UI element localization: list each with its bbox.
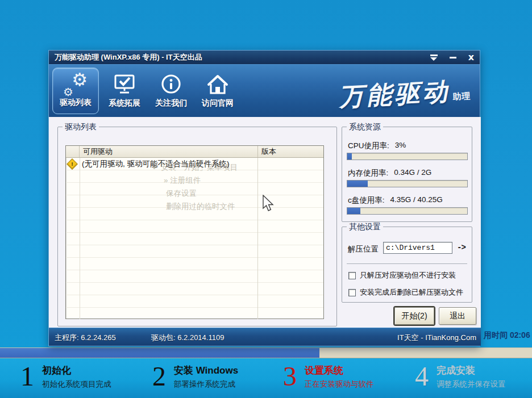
step-3-configure-system: 3 设置系统 正在安装驱动与软件 — [283, 362, 374, 391]
step-number: 3 — [283, 362, 297, 391]
setup-progressbar-fill — [0, 348, 319, 358]
toolbar-button-follow-us[interactable]: 关注我们 — [148, 68, 194, 114]
toolbar-button-driver-list[interactable]: ⚙⚙ 驱动列表 — [52, 68, 99, 114]
checkbox-delete-after-install[interactable]: 安装完成后删除已解压驱动文件 — [348, 287, 463, 298]
ghost-overlay-text: ✔ 安装「开始」菜单项目 — [152, 162, 238, 173]
gears-icon: ⚙⚙ — [63, 72, 89, 98]
checkbox-extract-only[interactable]: 只解压对应驱动但不进行安装 — [348, 270, 456, 280]
system-resources-title: 系统资源 — [347, 122, 383, 132]
step-4-finish-install: 4 完成安装 调整系统并保存设置 — [415, 362, 506, 391]
other-settings-title: 其他设置 — [347, 222, 383, 232]
column-header-version[interactable]: 版本 — [258, 146, 323, 157]
extract-location-label: 解压位置 — [348, 244, 379, 254]
column-header-available-drivers[interactable]: 可用驱动 — [80, 146, 258, 157]
toolbar: ⚙⚙ 驱动列表 系统拓展 — [49, 64, 480, 117]
warning-icon: ! — [66, 158, 78, 170]
checkbox-icon[interactable] — [348, 289, 356, 296]
driver-pack-version: 驱动包: 6.2.2014.1109 — [151, 333, 224, 343]
info-circle-icon — [159, 71, 183, 98]
step-number: 2 — [152, 362, 166, 391]
toolbar-button-system-expand[interactable]: 系统拓展 — [101, 68, 148, 114]
disk-usage-row: c盘使用率: 4.35G / 40.25G — [348, 195, 443, 206]
brand-logo: 万能驱动助理 — [338, 74, 472, 114]
checkbox-label: 只解压对应驱动但不进行安装 — [360, 270, 456, 280]
window-body: 驱动列表 可用驱动 版本 ! (无可用驱动, 驱动可能不适合当前硬件系统) — [49, 117, 481, 329]
extract-path-input[interactable] — [383, 242, 452, 254]
driver-table-header: 可用驱动 版本 — [66, 146, 323, 158]
system-resources-group: 系统资源 CPU使用率: 3% 内存使用率: 0.34G / 2G c盘使用率: — [342, 127, 472, 222]
step-title: 安装 Windows — [174, 365, 238, 377]
minimize-icon — [450, 57, 456, 58]
setup-progressbar — [0, 347, 532, 358]
other-settings-group: 其他设置 解压位置 -> 只解压对应驱动但不进行安装 安装完成后删除已解压驱动文… — [342, 227, 472, 303]
memory-usage-value: 0.34G / 2G — [394, 168, 431, 178]
checkbox-icon[interactable] — [348, 272, 356, 279]
ghost-overlay-text: 删除用过的临时文件 — [166, 202, 235, 212]
driver-list-group: 驱动列表 可用驱动 版本 ! (无可用驱动, 驱动可能不适合当前硬件系统) — [57, 127, 337, 326]
memory-usage-bar — [347, 180, 468, 187]
cpu-usage-value: 3% — [395, 141, 406, 151]
cpu-usage-bar — [347, 153, 468, 160]
checkbox-label: 安装完成后删除已解压驱动文件 — [360, 287, 463, 298]
exit-button[interactable]: 退出 — [439, 307, 476, 325]
step-number: 4 — [415, 362, 429, 391]
disk-usage-value: 4.35G / 40.25G — [390, 195, 443, 206]
mouse-cursor — [263, 195, 275, 213]
main-program-version: 主程序: 6.2.24.265 — [55, 333, 116, 343]
column-header-icon[interactable] — [66, 146, 80, 157]
ghost-overlay-text: 保存设置 — [166, 188, 197, 199]
ghost-overlay-text: » 注册组件 — [164, 175, 201, 186]
memory-usage-row: 内存使用率: 0.34G / 2G — [348, 168, 431, 178]
collapse-icon — [430, 55, 438, 56]
driver-table[interactable]: 可用驱动 版本 ! (无可用驱动, 驱动可能不适合当前硬件系统) ✔ 安装「开始… — [65, 145, 324, 319]
step-subtitle: 初始化系统项目完成 — [42, 379, 111, 390]
step-subtitle: 部署操作系统完成 — [174, 379, 238, 390]
step-title: 设置系统 — [305, 365, 374, 377]
step-1-initialize: 1 初始化 初始化系统项目完成 — [20, 362, 111, 391]
collapse-button[interactable] — [430, 55, 438, 61]
monitor-check-icon — [113, 71, 136, 98]
elapsed-time: 用时间 02:06 — [484, 330, 530, 341]
logo-suffix: 助理 — [452, 91, 471, 102]
logo-text: 万能驱动 — [338, 78, 451, 111]
close-button[interactable]: x — [468, 53, 474, 62]
home-icon — [205, 71, 230, 98]
step-subtitle: 调整系统并保存设置 — [437, 379, 506, 390]
step-2-install-windows: 2 安装 Windows 部署操作系统完成 — [152, 362, 238, 391]
disk-usage-label: c盘使用率: — [348, 195, 385, 206]
step-subtitle: 正在安装驱动与软件 — [305, 379, 374, 390]
cpu-usage-row: CPU使用率: 3% — [348, 141, 406, 151]
window-title: 万能驱动助理 (WinXP.x86 专用) - IT天空出品 — [49, 52, 202, 62]
titlebar[interactable]: 万能驱动助理 (WinXP.x86 专用) - IT天空出品 x — [49, 51, 480, 64]
disk-usage-bar — [347, 207, 468, 215]
driver-list-group-title: 驱动列表 — [63, 122, 99, 132]
step-title: 初始化 — [42, 365, 111, 377]
minimize-button[interactable] — [450, 57, 456, 58]
step-number: 1 — [20, 362, 34, 391]
driver-table-body: ! (无可用驱动, 驱动可能不适合当前硬件系统) ✔ 安装「开始」菜单项目 » … — [66, 158, 323, 319]
start-button[interactable]: 开始(2) — [394, 307, 434, 325]
browse-button[interactable]: -> — [457, 243, 466, 252]
divider — [347, 263, 467, 264]
setup-steps-bar: 1 初始化 初始化系统项目完成 2 安装 Windows 部署操作系统完成 3 … — [0, 358, 532, 398]
window-controls: x — [430, 51, 474, 64]
memory-usage-label: 内存使用率: — [348, 168, 388, 178]
statusbar: 主程序: 6.2.24.265 驱动包: 6.2.2014.1109 IT天空 … — [49, 328, 481, 346]
desktop: 用时间 02:06 1 初始化 初始化系统项目完成 2 安装 Windows 部… — [0, 0, 532, 398]
step-title: 完成安装 — [437, 365, 506, 377]
cpu-usage-label: CPU使用率: — [348, 141, 389, 151]
brand-link: IT天空 - ITianKong.Com — [397, 333, 476, 343]
toolbar-button-visit-website[interactable]: 访问官网 — [194, 68, 241, 114]
